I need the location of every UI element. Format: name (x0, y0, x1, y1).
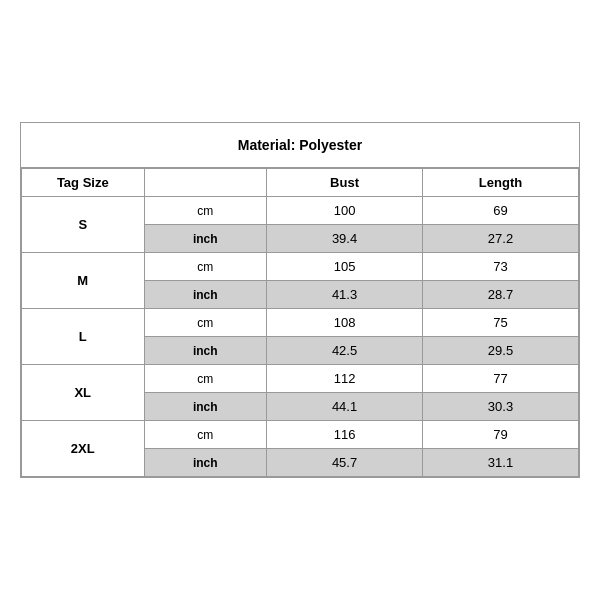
length-cm: 69 (423, 197, 579, 225)
size-chart: Material: Polyester Tag Size Bust Length… (20, 122, 580, 478)
length-inch: 30.3 (423, 393, 579, 421)
tag-size-cell: M (22, 253, 145, 309)
unit-inch: inch (144, 225, 267, 253)
length-cm: 79 (423, 421, 579, 449)
unit-cm: cm (144, 421, 267, 449)
table-row: 2XL cm 116 79 (22, 421, 579, 449)
bust-cm: 105 (267, 253, 423, 281)
unit-cm: cm (144, 365, 267, 393)
bust-cm: 108 (267, 309, 423, 337)
bust-cm: 100 (267, 197, 423, 225)
tag-size-cell: XL (22, 365, 145, 421)
table-row: S cm 100 69 (22, 197, 579, 225)
unit-inch: inch (144, 337, 267, 365)
table-row: L cm 108 75 (22, 309, 579, 337)
tag-size-cell: 2XL (22, 421, 145, 477)
bust-cm: 116 (267, 421, 423, 449)
table-row: XL cm 112 77 (22, 365, 579, 393)
bust-inch: 41.3 (267, 281, 423, 309)
length-inch: 28.7 (423, 281, 579, 309)
bust-inch: 39.4 (267, 225, 423, 253)
length-cm: 73 (423, 253, 579, 281)
unit-cm: cm (144, 197, 267, 225)
table-header-row: Tag Size Bust Length (22, 169, 579, 197)
length-cm: 75 (423, 309, 579, 337)
header-tag-size: Tag Size (22, 169, 145, 197)
bust-inch: 45.7 (267, 449, 423, 477)
header-unit-col (144, 169, 267, 197)
unit-cm: cm (144, 253, 267, 281)
bust-inch: 44.1 (267, 393, 423, 421)
length-inch: 27.2 (423, 225, 579, 253)
unit-inch: inch (144, 449, 267, 477)
tag-size-cell: L (22, 309, 145, 365)
length-inch: 29.5 (423, 337, 579, 365)
unit-inch: inch (144, 393, 267, 421)
unit-inch: inch (144, 281, 267, 309)
length-cm: 77 (423, 365, 579, 393)
length-inch: 31.1 (423, 449, 579, 477)
chart-title: Material: Polyester (21, 123, 579, 168)
size-table: Tag Size Bust Length S cm 100 69 inch 39… (21, 168, 579, 477)
bust-cm: 112 (267, 365, 423, 393)
unit-cm: cm (144, 309, 267, 337)
tag-size-cell: S (22, 197, 145, 253)
bust-inch: 42.5 (267, 337, 423, 365)
header-length: Length (423, 169, 579, 197)
table-row: M cm 105 73 (22, 253, 579, 281)
header-bust: Bust (267, 169, 423, 197)
